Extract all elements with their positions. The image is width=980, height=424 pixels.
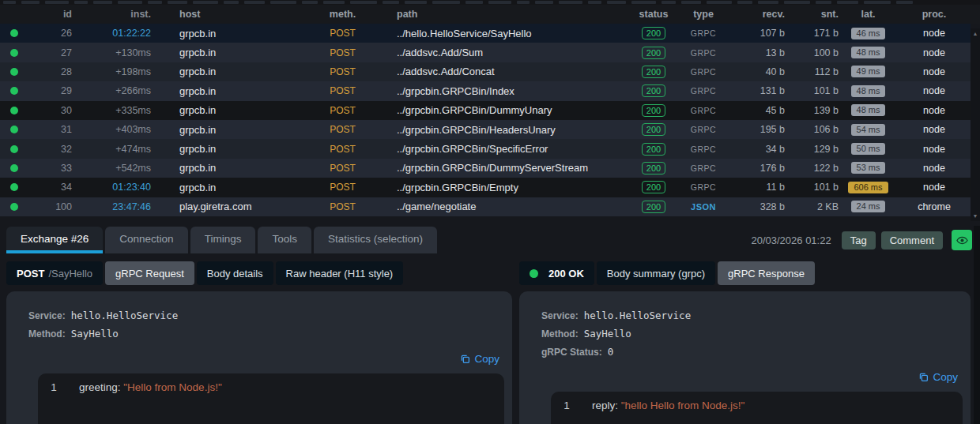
request-tab-body-details[interactable]: Body details: [197, 261, 273, 285]
table-scrollbar[interactable]: ▲ ▼: [971, 28, 980, 221]
col-snt[interactable]: snt.: [785, 9, 839, 20]
request-copy-button[interactable]: Copy: [460, 353, 499, 365]
cell-type: GRPC: [679, 106, 728, 115]
col-path[interactable]: path: [376, 9, 628, 20]
request-tab-raw-header-h11-style[interactable]: Raw header (H11 style): [276, 261, 404, 285]
cell-path: ../game/negotiate: [376, 201, 628, 212]
response-tab-grpc-response[interactable]: gRPC Response: [718, 261, 815, 285]
latency-badge: 50 ms: [851, 143, 886, 155]
response-panel-tabs: 200 OK Body summary (grpc)gRPC Response: [519, 261, 815, 285]
table-row-32[interactable]: 32 +474ms grpcb.in POST ../grpcbin.GRPCB…: [0, 139, 971, 158]
cell-status: 200: [628, 84, 679, 97]
col-meth[interactable]: meth.: [309, 9, 376, 20]
col-host[interactable]: host: [151, 9, 309, 20]
code-key: reply:: [592, 397, 621, 415]
eye-icon: [956, 235, 968, 246]
tag-button[interactable]: Tag: [842, 231, 876, 250]
cell-inst: +266ms: [72, 85, 151, 96]
request-panel: Service:hello.HelloService Method:SayHel…: [6, 291, 512, 424]
cell-sent: 106 b: [785, 124, 839, 135]
cell-type: GRPC: [679, 48, 728, 58]
table-row-31[interactable]: 31 +403ms grpcb.in POST ../grpcbin.GRPCB…: [0, 120, 971, 139]
cell-latency: 48 ms: [839, 47, 898, 58]
comment-button[interactable]: Comment: [881, 231, 943, 250]
cell-type: GRPC: [679, 182, 728, 192]
latency-badge: 48 ms: [851, 104, 886, 116]
table-row-34[interactable]: 34 01:23:40 grpcb.in POST ../grpcbin.GRP…: [0, 178, 971, 197]
col-status[interactable]: status: [628, 9, 679, 20]
table-row-30[interactable]: 30 +335ms grpcb.in POST ../grpcbin.GRPCB…: [0, 101, 971, 120]
meta-value: hello.HelloService: [71, 310, 178, 321]
cell-received: 107 b: [728, 28, 785, 39]
cell-process: node: [898, 105, 971, 116]
cell-dot: [0, 126, 28, 133]
page-scrollbar[interactable]: [974, 226, 980, 424]
status-dot-icon: [10, 29, 18, 37]
cell-received: 11 b: [728, 182, 785, 193]
tab-statistics-selection[interactable]: Statistics (selection): [314, 227, 437, 253]
cell-process: node: [898, 124, 971, 135]
cell-status: 200: [628, 181, 679, 193]
meta-label: gRPC Status:: [541, 347, 602, 358]
col-proc[interactable]: proc.: [898, 9, 971, 20]
request-tab-grpc-request[interactable]: gRPC Request: [105, 261, 194, 285]
response-status: 200 OK: [548, 268, 584, 280]
cell-id: 33: [28, 163, 72, 174]
meta-row: Method:SayHello: [541, 327, 971, 340]
cell-id: 32: [28, 144, 72, 155]
response-copy-button[interactable]: Copy: [918, 371, 958, 383]
cell-dot: [0, 49, 28, 57]
response-meta: Service:hello.HelloService Method:SayHel…: [519, 291, 971, 363]
cell-status: 200: [628, 27, 679, 39]
table-row-100[interactable]: 100 23:47:46 play.giretra.com POST ../ga…: [0, 197, 971, 216]
status-badge: 200: [642, 201, 665, 213]
table-row-28[interactable]: 28 +198ms grpcb.in POST ../addsvc.Add/Co…: [0, 62, 971, 81]
cell-type: GRPC: [679, 163, 728, 173]
cell-path: ../grpcbin.GRPCBin/SpecificError: [376, 143, 628, 155]
cell-latency: 54 ms: [839, 124, 898, 136]
tab-exchange-26[interactable]: Exchange #26: [6, 227, 103, 253]
table-row-27[interactable]: 27 +130ms grpcb.in POST ../addsvc.Add/Su…: [0, 43, 971, 62]
latency-badge: 53 ms: [851, 162, 886, 174]
col-recv[interactable]: recv.: [728, 9, 785, 20]
cell-id: 26: [28, 28, 72, 39]
scroll-up-icon[interactable]: ▲: [973, 31, 978, 36]
meta-row: Service:hello.HelloService: [28, 309, 512, 322]
cell-inst: 01:22:22: [72, 28, 151, 39]
tab-timings[interactable]: Timings: [190, 227, 256, 253]
cell-sent: 112 b: [785, 66, 839, 77]
cell-status: 200: [628, 143, 679, 156]
cell-host: play.giretra.com: [151, 201, 309, 212]
response-panel: Service:hello.HelloService Method:SayHel…: [519, 291, 971, 424]
col-lat[interactable]: lat.: [839, 9, 898, 20]
table-row-29[interactable]: 29 +266ms grpcb.in POST ../grpcbin.GRPCB…: [0, 81, 971, 100]
cell-dot: [0, 107, 28, 114]
cell-process: node: [898, 66, 971, 77]
code-line: 1 reply: "hello Hello from Node.js!": [551, 397, 963, 415]
col-inst[interactable]: inst.: [72, 9, 151, 20]
col-id[interactable]: id: [28, 9, 72, 20]
scroll-down-icon[interactable]: ▼: [973, 213, 978, 219]
cell-path: ../grpcbin.GRPCBin/DummyUnary: [376, 104, 628, 116]
table-row-26[interactable]: 26 01:22:22 grpcb.in POST ../hello.Hello…: [0, 24, 971, 43]
col-type[interactable]: type: [679, 9, 728, 20]
line-number: 1: [551, 397, 582, 415]
tab-tools[interactable]: Tools: [258, 227, 311, 253]
cell-sent: 171 b: [785, 28, 839, 39]
cell-path: ../grpcbin.GRPCBin/DummyServerStream: [376, 162, 628, 174]
visibility-button[interactable]: [952, 230, 972, 250]
response-body-code: 1 reply: "hello Hello from Node.js!": [551, 392, 963, 424]
request-path: /SayHello: [48, 268, 92, 280]
meta-value: hello.HelloService: [584, 310, 691, 321]
latency-badge: 48 ms: [851, 47, 886, 58]
cell-dot: [0, 29, 28, 37]
table-body: 26 01:22:22 grpcb.in POST ../hello.Hello…: [0, 24, 971, 216]
exchange-tabs: Exchange #26ConnectionTimingsToolsStatis…: [6, 227, 437, 253]
tab-connection[interactable]: Connection: [105, 227, 187, 253]
cell-inst: +403ms: [72, 124, 151, 135]
cell-type: GRPC: [679, 28, 728, 38]
response-tab-body-summary-grpc[interactable]: Body summary (grpc): [597, 261, 715, 285]
latency-badge: 24 ms: [851, 201, 886, 212]
tab-label: gRPC Response: [728, 268, 805, 280]
table-row-33[interactable]: 33 +542ms grpcb.in POST ../grpcbin.GRPCB…: [0, 159, 971, 178]
